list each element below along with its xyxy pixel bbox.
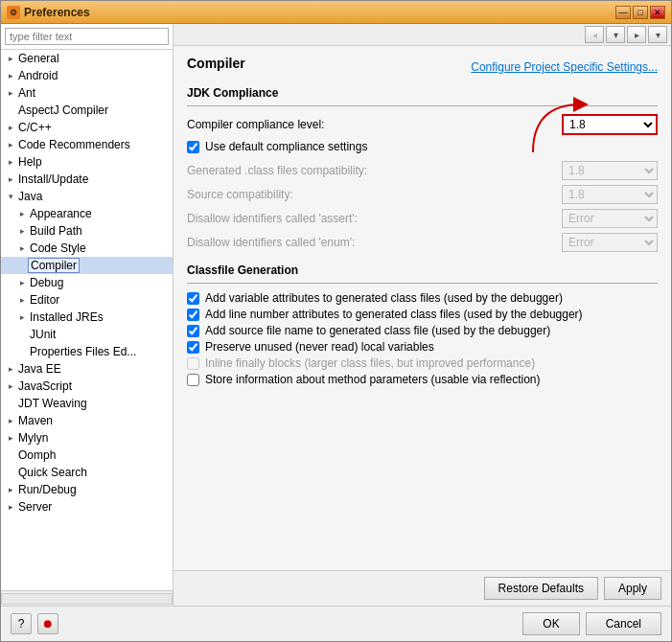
arrow-java: [5, 191, 16, 202]
compiler-compliance-select[interactable]: 1.8 1.7 1.6 1.5 1.4 1.3: [562, 114, 658, 135]
arrow-maven: [5, 415, 16, 426]
checkbox-label-0: Add variable attributes to generated cla…: [205, 291, 563, 305]
disallow-assert-select[interactable]: Error: [562, 209, 658, 228]
sidebar-item-aspectj[interactable]: AspectJ Compiler: [1, 102, 173, 119]
sidebar-item-general[interactable]: General: [1, 50, 173, 67]
sidebar-item-maven[interactable]: Maven: [1, 412, 173, 429]
sidebar-item-installedjres[interactable]: Installed JREs: [1, 309, 173, 326]
apply-button[interactable]: Apply: [604, 577, 661, 600]
sidebar-item-rundebug[interactable]: Run/Debug: [1, 481, 173, 498]
classfile-divider: [187, 283, 658, 284]
horizontal-scrollbar[interactable]: [1, 593, 173, 605]
checkbox-1[interactable]: [187, 309, 199, 321]
label-codestyle: Code Style: [28, 241, 88, 256]
help-button[interactable]: ?: [11, 613, 32, 634]
sidebar-item-editor[interactable]: Editor: [1, 291, 173, 309]
back-button[interactable]: ◂: [585, 26, 604, 43]
configure-link[interactable]: Configure Project Specific Settings...: [471, 60, 658, 74]
label-oomph: Oomph: [16, 447, 58, 463]
arrow-appearance: [16, 208, 28, 219]
arrow-help: [5, 156, 16, 168]
label-buildpath: Build Path: [28, 223, 84, 239]
arrow-mylyn: [5, 432, 16, 444]
sidebar-item-compiler[interactable]: Compiler: [1, 257, 173, 274]
checkbox-row-0: Add variable attributes to generated cla…: [187, 291, 658, 305]
source-compat-select[interactable]: 1.8: [562, 185, 658, 204]
sidebar-item-java[interactable]: Java: [1, 188, 173, 205]
label-quicksearch: Quick Search: [16, 465, 89, 480]
sidebar-item-cpp[interactable]: C/C++: [1, 119, 173, 136]
main-toolbar: ◂ ▾ ▸ ▾: [174, 24, 671, 46]
sidebar-item-codestyle[interactable]: Code Style: [1, 240, 173, 257]
forward-dropdown[interactable]: ▾: [648, 26, 667, 43]
arrow-javaee: [5, 363, 16, 375]
use-default-label[interactable]: Use default compliance settings: [205, 140, 367, 153]
sidebar-item-oomph[interactable]: Oomph: [1, 447, 173, 464]
sidebar-item-buildpath[interactable]: Build Path: [1, 222, 173, 240]
label-general: General: [16, 51, 61, 66]
label-editor: Editor: [28, 292, 61, 308]
cancel-button[interactable]: Cancel: [586, 612, 661, 635]
label-appearance: Appearance: [28, 206, 94, 221]
restore-defaults-button[interactable]: Restore Defaults: [484, 577, 598, 600]
checkbox-5[interactable]: [187, 374, 199, 386]
label-compiler: Compiler: [28, 258, 80, 273]
label-server: Server: [16, 499, 54, 515]
checkbox-label-2: Add source file name to generated class …: [205, 324, 550, 337]
compiler-compliance-row: Compiler compliance level: 1.8 1.7 1.6 1…: [187, 114, 658, 135]
label-javascript: JavaScript: [16, 378, 74, 394]
main-content: Compiler Configure Project Specific Sett…: [174, 46, 671, 570]
back-dropdown[interactable]: ▾: [606, 26, 625, 43]
checkbox-label-4: Inline finally blocks (larger class file…: [205, 356, 535, 370]
sidebar-item-debug[interactable]: Debug: [1, 274, 173, 291]
use-default-checkbox[interactable]: [187, 141, 199, 153]
label-coderecommenders: Code Recommenders: [16, 137, 132, 152]
sidebar-item-junit[interactable]: JUnit: [1, 326, 173, 343]
checkbox-3[interactable]: [187, 341, 199, 354]
sidebar-item-mylyn[interactable]: Mylyn: [1, 429, 173, 447]
titlebar: ⚙ Preferences — □ ✕: [1, 1, 671, 24]
sidebar-item-instalupdate[interactable]: Install/Update: [1, 171, 173, 188]
close-button[interactable]: ✕: [650, 6, 665, 19]
forward-button[interactable]: ▸: [627, 26, 646, 43]
sidebar: General Android Ant AspectJ Compiler C/C…: [1, 24, 174, 606]
sidebar-item-ant[interactable]: Ant: [1, 84, 173, 102]
stop-button[interactable]: ⏺: [37, 613, 58, 634]
arrow-coderecommenders: [5, 139, 16, 150]
checkbox-0[interactable]: [187, 292, 199, 305]
sidebar-item-server[interactable]: Server: [1, 498, 173, 516]
sidebar-scrollbar: [1, 590, 173, 606]
label-rundebug: Run/Debug: [16, 482, 79, 497]
label-installedjres: Installed JREs: [28, 310, 105, 325]
generated-select[interactable]: 1.8: [562, 161, 658, 180]
sidebar-item-appearance[interactable]: Appearance: [1, 205, 173, 222]
arrow-buildpath: [16, 225, 28, 237]
window-title: Preferences: [24, 6, 90, 19]
filter-input[interactable]: [5, 28, 169, 45]
sidebar-item-android[interactable]: Android: [1, 67, 173, 84]
content-area: General Android Ant AspectJ Compiler C/C…: [1, 24, 671, 606]
source-compat-row: Source compatibility: 1.8: [187, 185, 658, 204]
maximize-button[interactable]: □: [633, 6, 648, 19]
sidebar-item-jdtweaving[interactable]: JDT Weaving: [1, 395, 173, 412]
sidebar-item-help[interactable]: Help: [1, 153, 173, 171]
sidebar-item-propertiesfiles[interactable]: Properties Files Ed...: [1, 343, 173, 360]
sidebar-item-javaee[interactable]: Java EE: [1, 360, 173, 378]
minimize-button[interactable]: —: [615, 6, 631, 19]
sidebar-item-coderecommenders[interactable]: Code Recommenders: [1, 136, 173, 153]
generated-label: Generated .class files compatibility:: [187, 164, 562, 177]
arrow-instalupdate: [5, 173, 16, 185]
sidebar-item-javascript[interactable]: JavaScript: [1, 378, 173, 395]
label-propertiesfiles: Properties Files Ed...: [28, 344, 138, 359]
checkbox-2[interactable]: [187, 325, 199, 337]
sidebar-item-quicksearch[interactable]: Quick Search: [1, 464, 173, 481]
disallow-enum-select[interactable]: Error: [562, 233, 658, 252]
label-mylyn: Mylyn: [16, 430, 50, 446]
footer-right: OK Cancel: [522, 612, 661, 635]
arrow-ant: [5, 87, 16, 99]
label-jdtweaving: JDT Weaving: [16, 396, 89, 411]
label-javaee: Java EE: [16, 361, 63, 377]
checkbox-row-4: Inline finally blocks (larger class file…: [187, 356, 658, 370]
source-compat-label: Source compatibility:: [187, 188, 562, 201]
ok-button[interactable]: OK: [522, 612, 579, 635]
